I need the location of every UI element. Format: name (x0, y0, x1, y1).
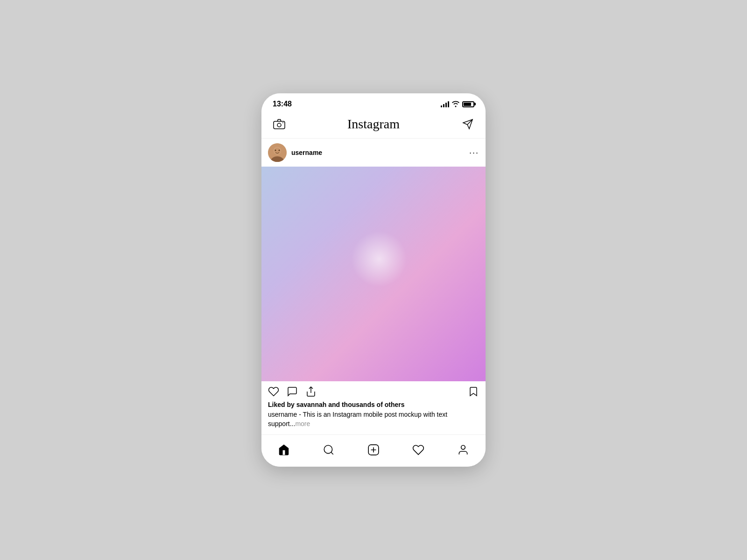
post-image (261, 167, 486, 381)
post-actions (261, 381, 486, 400)
svg-point-1 (277, 123, 281, 127)
nav-add-button[interactable] (362, 441, 385, 459)
save-button[interactable] (468, 386, 479, 397)
post-content: Liked by savannah and thousands of other… (261, 400, 486, 434)
share-button[interactable] (305, 386, 317, 397)
phone-frame: 13:48 (261, 93, 486, 466)
status-bar: 13:48 (261, 93, 486, 112)
direct-message-button[interactable] (459, 116, 476, 133)
nav-search-button[interactable] (317, 441, 340, 459)
nav-likes-button[interactable] (407, 441, 430, 459)
wifi-icon (452, 101, 459, 107)
post-user-info: username (268, 143, 322, 162)
more-link[interactable]: more (295, 420, 310, 427)
svg-point-10 (279, 150, 280, 151)
status-time: 13:48 (273, 100, 292, 108)
paper-plane-icon (462, 119, 473, 130)
nav-profile-button[interactable] (452, 441, 474, 459)
camera-button[interactable] (271, 116, 288, 133)
home-icon (278, 444, 290, 456)
post-header: username ··· (261, 139, 486, 167)
profile-icon (457, 444, 469, 456)
camera-icon (273, 119, 285, 129)
liked-by-text: Liked by savannah and thousands of other… (268, 401, 479, 408)
signal-icon (441, 101, 449, 107)
action-left (268, 386, 317, 397)
post-caption: username - This is an Instagram mobile p… (268, 410, 479, 428)
bottom-nav (261, 434, 486, 467)
status-icons (441, 101, 474, 107)
heart-icon (268, 386, 279, 397)
share-icon (305, 386, 317, 397)
bookmark-icon (468, 386, 479, 397)
svg-point-2 (282, 122, 283, 123)
search-icon (323, 444, 335, 456)
svg-line-13 (331, 452, 333, 455)
comment-button[interactable] (287, 386, 298, 397)
heart-outline-icon (412, 444, 424, 456)
app-logo: Instagram (347, 117, 400, 132)
svg-point-12 (324, 445, 332, 453)
avatar[interactable] (268, 143, 287, 162)
more-options-button[interactable]: ··· (469, 148, 479, 158)
svg-point-17 (461, 445, 465, 449)
like-button[interactable] (268, 386, 279, 397)
svg-point-9 (275, 150, 276, 151)
add-icon (367, 444, 380, 456)
battery-icon (462, 101, 474, 107)
top-nav: Instagram (261, 112, 486, 139)
nav-home-button[interactable] (273, 441, 295, 459)
comment-icon (287, 386, 298, 397)
post-username[interactable]: username (291, 149, 322, 156)
